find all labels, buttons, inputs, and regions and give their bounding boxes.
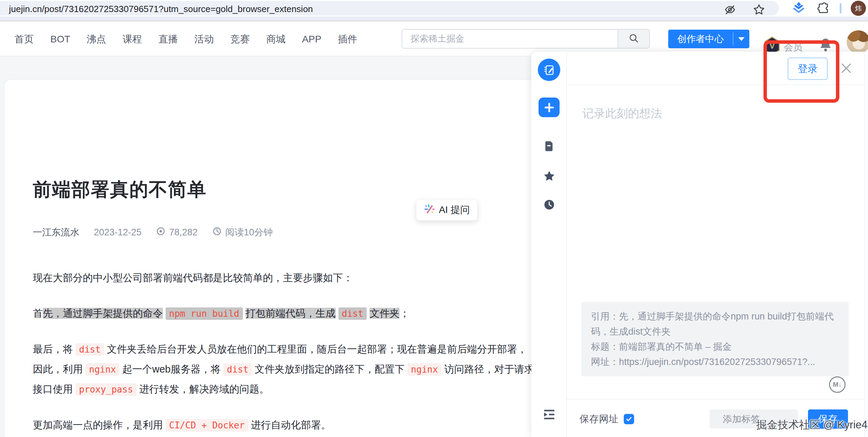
article-date: 2023-12-25 xyxy=(94,227,141,238)
panel-icon-rail xyxy=(531,52,567,437)
search-box xyxy=(402,29,650,49)
text-run: 最后，将 xyxy=(33,344,73,355)
article-title: 前端部署真的不简单 xyxy=(33,177,207,202)
views-icon xyxy=(156,226,166,238)
watermark-text: 掘金技术社区 @ Kyrie465 xyxy=(756,418,868,432)
search-icon xyxy=(628,33,639,45)
profile-initial: 炜 xyxy=(855,4,862,13)
notes-app-logo-icon[interactable] xyxy=(538,59,560,81)
article-meta: 一江东流水 2023-12-25 78,282 阅读10分钟 xyxy=(33,226,273,238)
article-paragraph-2: 最后，将dist文件夹丢给后台开发人员放在他们的工程里面，随后台一起部署；现在普… xyxy=(33,339,536,399)
nav-item-4[interactable]: 直播 xyxy=(159,33,178,46)
article-author[interactable]: 一江东流水 xyxy=(33,226,79,238)
text-run: ； xyxy=(400,308,410,319)
nav-item-7[interactable]: 商城 xyxy=(266,33,286,46)
ai-ask-label: AI 提问 xyxy=(439,203,470,216)
nav-item-1[interactable]: BOT xyxy=(50,34,70,45)
views-count: 78,282 xyxy=(169,227,198,238)
nav-item-6[interactable]: 竞赛 xyxy=(230,33,250,46)
quote-box: 引用：先，通过脚手架提供的命令npm run build打包前端代码，生成dis… xyxy=(581,302,849,376)
article-paragraph-3: 更加高端一点的操作，是利用CI/CD + Docker进行自动化部署。 xyxy=(33,415,536,435)
panel-scrollbar[interactable] xyxy=(864,52,868,437)
save-url-group: 保存网址 xyxy=(580,413,634,426)
address-bar[interactable]: juejin.cn/post/7316202725330796571?utm_s… xyxy=(0,1,779,16)
inline-code: dist xyxy=(338,307,367,320)
inline-code: proxy_pass xyxy=(76,383,137,396)
site-navbar: 首页BOT沸点课程直播活动竞赛商城APP插件 创作者中心 V 会员 xyxy=(0,22,868,56)
favorites-star-icon[interactable] xyxy=(531,170,567,182)
text-run: 进行自动化部署。 xyxy=(251,419,331,430)
notes-list-icon[interactable] xyxy=(531,141,567,152)
ai-sparkle-icon xyxy=(424,203,435,216)
browser-profile-avatar[interactable]: 炜 xyxy=(851,1,866,16)
markdown-download-icon[interactable]: M↓ xyxy=(829,376,846,393)
text-run: 现在大部分的中小型公司部署前端代码都是比较简单的，主要步骤如下： xyxy=(33,272,353,283)
read-time-group: 阅读10分钟 xyxy=(212,226,273,238)
note-input-placeholder[interactable]: 记录此刻的想法 xyxy=(582,106,662,121)
search-button[interactable] xyxy=(618,30,649,48)
save-url-label: 保存网址 xyxy=(580,413,618,426)
quote-line-1: 标题：前端部署真的不简单 – 掘金 xyxy=(591,339,839,354)
user-avatar[interactable] xyxy=(847,30,868,54)
bookmark-star-icon[interactable] xyxy=(753,3,765,17)
ai-ask-button[interactable]: AI 提问 xyxy=(416,199,477,221)
add-note-button[interactable] xyxy=(539,98,560,117)
article-paragraph-0: 现在大部分的中小型公司部署前端代码都是比较简单的，主要步骤如下： xyxy=(33,268,536,288)
text-run: 进行转发，解决跨域的问题。 xyxy=(139,384,269,395)
inline-code: npm run build xyxy=(166,307,243,320)
search-input[interactable] xyxy=(402,30,618,48)
creator-center-label: 创作者中心 xyxy=(668,30,733,48)
chevron-down-icon xyxy=(738,37,744,41)
views-group: 78,282 xyxy=(156,226,198,238)
outline-indent-icon[interactable] xyxy=(531,408,567,421)
nav-item-8[interactable]: APP xyxy=(302,34,322,45)
read-time: 阅读10分钟 xyxy=(225,226,273,238)
nav-menu: 首页BOT沸点课程直播活动竞赛商城APP插件 xyxy=(14,22,357,56)
url-text[interactable]: juejin.cn/post/7316202725330796571?utm_s… xyxy=(9,4,313,14)
text-run: 起一个web服务器，将 xyxy=(122,364,220,375)
creator-dropdown-arrow[interactable] xyxy=(733,30,749,48)
quote-line-0: 引用：先，通过脚手架提供的命令npm run build打包前端代码，生成dis… xyxy=(591,309,839,339)
text-run: 文件夹放到指定的路径下，配置下 xyxy=(255,364,405,375)
inline-code: nginx xyxy=(86,363,119,376)
extension-side-panel: 登录 记录此刻的想法 引用：先，通过脚手架提供的命令npm run build打… xyxy=(531,52,868,437)
article-body: 现在大部分的中小型公司部署前端代码都是比较简单的，主要步骤如下：首先，通过脚手架… xyxy=(33,268,536,437)
juejin-extension-icon[interactable] xyxy=(792,2,805,17)
inline-code: dist xyxy=(223,363,252,376)
annotation-highlight-rect xyxy=(763,40,839,103)
nav-item-9[interactable]: 插件 xyxy=(338,33,357,46)
browser-toolbar: juejin.cn/post/7316202725330796571?utm_s… xyxy=(0,0,868,17)
text-run: 更加高端一点的操作，是利用 xyxy=(33,419,163,430)
nav-item-3[interactable]: 课程 xyxy=(123,33,142,46)
close-panel-icon[interactable] xyxy=(839,61,854,76)
text-run: 文件夹 xyxy=(369,308,400,319)
markdown-icon-label: M↓ xyxy=(833,381,841,388)
history-clock-icon[interactable] xyxy=(531,199,567,210)
nav-item-5[interactable]: 活动 xyxy=(195,33,214,46)
inline-code: CI/CD + Docker xyxy=(166,419,248,431)
creator-center-button[interactable]: 创作者中心 xyxy=(668,30,749,48)
inline-code: nginx xyxy=(407,363,441,376)
text-run: 打包前端代码，生成 xyxy=(246,308,336,319)
nav-item-2[interactable]: 沸点 xyxy=(87,33,106,46)
inline-code: dist xyxy=(76,343,104,356)
hide-eye-icon[interactable] xyxy=(724,3,736,17)
clock-icon xyxy=(212,226,222,238)
toolbar-divider xyxy=(840,3,841,13)
chrome-bottom-strip xyxy=(0,17,868,21)
save-url-checkbox[interactable] xyxy=(624,414,634,424)
extensions-puzzle-icon[interactable] xyxy=(817,2,829,16)
text-run: 先，通过脚手架提供的命令 xyxy=(43,308,163,319)
panel-main: 登录 记录此刻的想法 引用：先，通过脚手架提供的命令npm run build打… xyxy=(567,52,868,437)
text-run: 首 xyxy=(33,308,43,319)
add-tag-placeholder: 添加标签 xyxy=(723,413,760,425)
nav-item-0[interactable]: 首页 xyxy=(14,33,34,46)
quote-line-2: 网址：https://juejin.cn/post/73162027253307… xyxy=(591,354,839,369)
article-paragraph-1: 首先，通过脚手架提供的命令npm run build打包前端代码，生成dist文… xyxy=(33,304,536,324)
